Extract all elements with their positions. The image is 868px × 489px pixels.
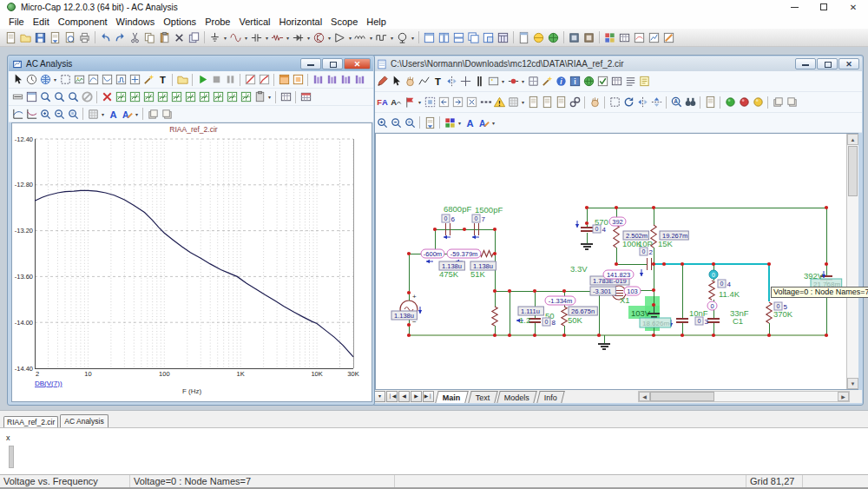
menu-file[interactable]: File [4,15,29,29]
ac2-zoomc-icon[interactable] [38,90,52,104]
sch1-cursor-icon[interactable] [389,75,403,89]
sheet-last-button[interactable]: ▶❘ [423,391,434,402]
ac1-chartA-icon[interactable] [86,73,100,87]
sch1-pic-dropdown[interactable]: ▾ [500,78,506,84]
minimize-button[interactable] [779,0,809,14]
sheet-first-button[interactable]: ❘◀ [386,391,398,402]
sch2-doc-icon[interactable] [526,96,540,109]
sch2-arrX-icon[interactable] [464,96,478,109]
ac1-play-icon[interactable] [195,73,209,87]
main-doc2-icon[interactable] [48,30,62,44]
sch1-cross-icon[interactable] [458,75,472,89]
sch2-mirr-icon[interactable] [635,96,649,109]
sch3-colorgrid-icon[interactable] [443,116,457,129]
plot-canvas[interactable]: -12.40-12.80-13.20-13.60-14.00-14.402101… [11,122,372,402]
main-pul-icon[interactable] [374,30,389,44]
ac1-chartB-icon[interactable] [100,73,114,87]
sch3-doc2-icon[interactable] [423,116,437,129]
sheet-next-button[interactable]: ▶ [411,391,422,402]
ac3-A-icon[interactable]: A [106,107,120,121]
sch2-dotr-icon[interactable] [737,96,751,109]
main-folder-icon[interactable] [18,30,33,44]
sch1-tbl-icon[interactable] [609,75,623,89]
ac2-gridg-icon[interactable] [211,90,225,104]
close-button[interactable]: ✕ [838,0,868,14]
sch3-Apen-icon[interactable]: A [477,116,490,129]
main-ind-dropdown[interactable]: ▾ [368,35,374,41]
ac2-gridg-icon[interactable] [183,90,197,104]
ac2-clip-dropdown[interactable]: ▾ [266,94,273,100]
ac1-img-icon[interactable] [72,73,86,87]
sch1-node-icon[interactable] [506,75,520,89]
ac2-gridg-icon[interactable] [239,90,253,104]
ac3-magp-icon[interactable] [38,107,52,121]
main-ind-icon[interactable] [353,30,368,44]
ac3-magm-icon[interactable] [52,107,66,121]
ac1-redA-icon[interactable] [243,73,257,87]
main-tile3-icon[interactable] [451,30,466,44]
ac3-magd-icon[interactable] [66,107,80,121]
ac2-clip-icon[interactable] [253,90,266,104]
main-dio-dropdown[interactable]: ▾ [306,35,312,41]
ac1-chartD-icon[interactable] [128,73,141,87]
sch1-info-icon[interactable]: i [554,75,568,89]
ac3-grid-dropdown[interactable]: ▾ [100,111,106,117]
sch2-rot-icon[interactable] [621,96,635,109]
sch2-arrR-icon[interactable] [450,96,464,109]
main-prev-icon[interactable] [62,30,77,44]
sch2-warn-icon[interactable] [492,96,506,109]
schematic-minimize-button[interactable] [795,58,816,69]
maximize-button[interactable] [809,0,838,14]
main-modeB-icon[interactable] [582,30,596,44]
ac2-gridg-icon[interactable] [155,90,169,104]
main-chartW-icon[interactable] [647,30,661,44]
ac1-globe-icon[interactable] [38,73,52,87]
main-tile4-icon[interactable] [466,30,481,44]
main-cut-icon[interactable] [128,30,142,44]
sch2-doc-icon[interactable] [554,96,568,109]
sch1-polyline-icon[interactable] [417,75,431,89]
ac1-colbar-icon[interactable] [352,73,366,87]
sch1-T-icon[interactable]: T [431,75,444,89]
main-dio-icon[interactable] [291,30,306,44]
sch3-colorgrid-dropdown[interactable]: ▾ [457,120,463,126]
sch2-grid-dropdown[interactable]: ▾ [520,99,526,105]
sch2-doc-icon[interactable] [540,96,554,109]
ac3-Apen-dropdown[interactable]: ▾ [134,111,140,117]
main-cap-dropdown[interactable]: ▾ [264,35,270,41]
ac2-redx-icon[interactable] [100,90,114,104]
main-gnd-dropdown[interactable]: ▾ [222,35,228,41]
ac3-axA-icon[interactable] [10,107,24,121]
main-trans-icon[interactable] [312,30,326,44]
schematic-titlebar[interactable]: C:\Users\Normann\Downloads\mc12cd\DATA\R… [373,56,862,71]
ac1-orangeB-icon[interactable] [291,73,305,87]
sch2-link-icon[interactable] [568,96,582,109]
ac1-chartC-icon[interactable] [114,73,128,87]
main-optA-icon[interactable] [602,30,617,44]
menu-horizontal[interactable]: Horizontal [275,15,327,29]
main-chartP-icon[interactable] [661,30,676,44]
sch2-dotg-icon[interactable] [723,96,737,109]
sch1-pic-icon[interactable] [486,75,500,89]
main-optB-icon[interactable] [632,30,647,44]
ac1-wand-icon[interactable] [141,73,155,87]
main-res-dropdown[interactable]: ▾ [285,35,291,41]
main-copy2-icon[interactable] [187,30,201,44]
ac1-folder-icon[interactable] [175,73,189,87]
main-res-icon[interactable] [270,30,285,44]
hscroll-left-button[interactable]: ◀ [639,392,650,401]
sheet-tab-models[interactable]: Models [496,391,537,403]
main-redo-icon[interactable] [113,30,128,44]
ac1-globe-dropdown[interactable]: ▾ [52,76,58,83]
scroll-down-button[interactable]: ▼ [847,378,858,389]
sch2-magA-icon[interactable]: A [669,96,683,109]
ac1-pause-icon[interactable] [223,73,237,87]
main-globey-icon[interactable] [531,30,546,44]
doc-tab-ac-analysis[interactable]: AC Analysis [60,414,108,427]
sch1-grid2-icon[interactable] [526,75,540,89]
main-q-icon[interactable] [395,30,410,44]
sch1-mirr-icon[interactable] [444,75,458,89]
sheet-dropdown-button[interactable]: ▾ [374,391,385,402]
hscroll-right-button[interactable]: ▶ [838,392,849,401]
sch2-doty-icon[interactable] [751,96,765,109]
